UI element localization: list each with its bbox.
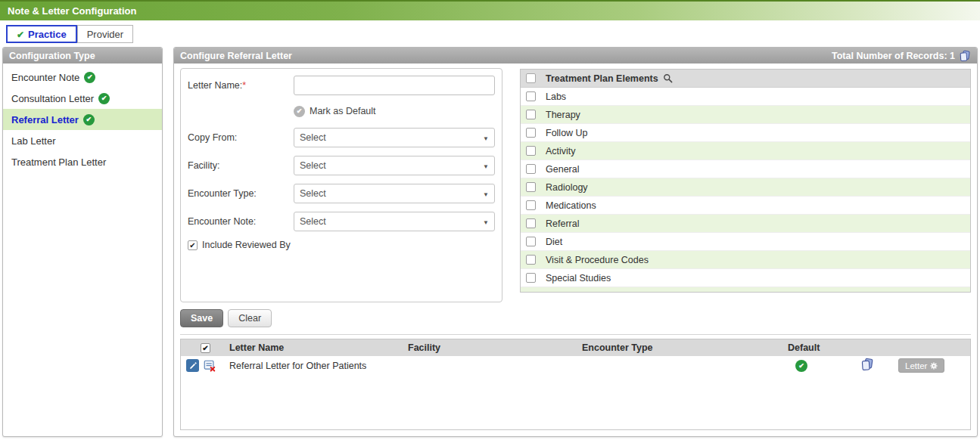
- encounter-type-label: Encounter Type:: [188, 188, 294, 199]
- chevron-down-icon: [483, 188, 489, 199]
- letters-grid: Letter Name Facility Encounter Type Defa…: [180, 339, 971, 430]
- tab-practice-label: Practice: [28, 29, 67, 40]
- element-row[interactable]: Activity: [521, 142, 970, 160]
- element-checkbox[interactable]: [526, 128, 536, 138]
- element-checkbox[interactable]: [526, 182, 536, 192]
- page-title: Note & Letter Configuration: [8, 5, 136, 17]
- element-checkbox[interactable]: [526, 237, 536, 246]
- sidebar-item-consultation-letter[interactable]: Consultation Letter: [3, 88, 162, 109]
- mark-as-default-label: Mark as Default: [310, 106, 376, 116]
- col-letter-name: Letter Name: [229, 342, 408, 353]
- upper-section: Letter Name:* Mark as Default Copy From:…: [180, 68, 971, 302]
- element-checkbox[interactable]: [526, 255, 536, 265]
- element-row[interactable]: Follow Up: [521, 124, 970, 142]
- scope-tabs: Practice Provider: [6, 25, 980, 43]
- default-check-icon: [795, 360, 807, 372]
- elements-title: Treatment Plan Elements: [546, 73, 658, 84]
- element-checkbox[interactable]: [526, 273, 536, 283]
- sidebar-item-label: Consultation Letter: [11, 93, 94, 104]
- content-area: Configuration Type Encounter Note Consul…: [0, 47, 980, 437]
- encounter-type-select[interactable]: Select: [294, 184, 495, 203]
- edit-icon[interactable]: [186, 359, 199, 372]
- facility-select[interactable]: Select: [294, 156, 495, 175]
- sidebar-item-referral-letter[interactable]: Referral Letter: [3, 109, 162, 130]
- select-all-elements-checkbox[interactable]: [526, 73, 536, 83]
- select-all-letters-checkbox[interactable]: [201, 343, 210, 353]
- encounter-type-value: Select: [300, 188, 326, 199]
- configuration-type-title: Configuration Type: [9, 51, 95, 61]
- configured-check-icon: [83, 114, 95, 125]
- element-row[interactable]: Labs: [521, 88, 970, 106]
- sidebar-item-treatment-plan-letter[interactable]: Treatment Plan Letter: [3, 151, 162, 172]
- include-reviewed-by-label: Include Reviewed By: [202, 240, 291, 250]
- configuration-type-header: Configuration Type: [3, 48, 162, 64]
- include-reviewed-by: Include Reviewed By: [188, 240, 495, 250]
- total-records-label: Total Number of Records: 1: [832, 51, 955, 61]
- col-encounter-type: Encounter Type: [582, 342, 788, 353]
- element-checkbox[interactable]: [526, 91, 536, 101]
- encounter-note-select[interactable]: Select: [294, 212, 495, 231]
- element-row[interactable]: General: [521, 160, 970, 178]
- sidebar-item-lab-letter[interactable]: Lab Letter: [3, 130, 162, 151]
- include-reviewed-by-checkbox[interactable]: [188, 240, 198, 250]
- element-row[interactable]: Referral: [521, 215, 970, 233]
- tab-provider-label: Provider: [87, 29, 123, 40]
- sidebar-item-label: Encounter Note: [11, 72, 79, 83]
- gear-icon: [930, 362, 938, 370]
- element-checkbox[interactable]: [526, 110, 536, 119]
- main-body: Letter Name:* Mark as Default Copy From:…: [174, 64, 977, 436]
- tab-practice[interactable]: Practice: [6, 25, 77, 43]
- tab-check-icon: [17, 29, 24, 40]
- element-row[interactable]: Medications: [521, 197, 970, 215]
- mark-as-default-check-icon[interactable]: [294, 106, 305, 117]
- element-checkbox[interactable]: [526, 200, 536, 210]
- elements-header-row: Treatment Plan Elements: [521, 70, 970, 88]
- main-panel-title: Configure Referral Letter: [180, 51, 292, 61]
- sidebar-item-label: Treatment Plan Letter: [11, 156, 106, 168]
- partial-row-strip: [521, 287, 970, 292]
- copy-records-icon[interactable]: [959, 50, 971, 62]
- default-cell: [788, 360, 860, 372]
- facility-value: Select: [300, 160, 326, 171]
- element-checkbox[interactable]: [526, 218, 536, 228]
- main-panel-header: Configure Referral Letter Total Number o…: [174, 48, 977, 64]
- element-row[interactable]: Therapy: [521, 106, 970, 124]
- element-checkbox[interactable]: [526, 164, 536, 174]
- copy-from-value: Select: [300, 132, 326, 143]
- letter-name-label: Letter Name:*: [188, 80, 294, 91]
- copy-letter-icon[interactable]: [860, 358, 874, 371]
- sidebar-item-label: Lab Letter: [11, 135, 56, 147]
- configured-check-icon: [84, 72, 95, 83]
- save-button[interactable]: Save: [180, 309, 223, 327]
- letter-name-cell: Referral Letter for Other Patients: [229, 361, 408, 371]
- letter-settings-button[interactable]: Letter: [898, 358, 944, 373]
- encounter-note-value: Select: [300, 216, 326, 227]
- element-row[interactable]: Special Studies: [521, 269, 970, 287]
- search-icon[interactable]: [663, 73, 673, 83]
- tab-provider[interactable]: Provider: [77, 25, 133, 43]
- element-checkbox[interactable]: [526, 146, 536, 156]
- form-actions: Save Clear: [180, 309, 971, 335]
- element-row[interactable]: Radiology: [521, 178, 970, 197]
- clear-button[interactable]: Clear: [228, 309, 272, 327]
- delete-icon[interactable]: [203, 359, 216, 373]
- element-row[interactable]: Diet: [521, 233, 970, 251]
- element-row[interactable]: Visit & Procedure Codes: [521, 251, 970, 269]
- letter-name-input[interactable]: [294, 76, 495, 95]
- table-row: Referral Letter for Other Patients Lette…: [181, 356, 970, 375]
- treatment-plan-elements-table: Treatment Plan Elements Labs Therapy Fol…: [520, 69, 971, 293]
- col-facility: Facility: [408, 342, 582, 353]
- letters-grid-header: Letter Name Facility Encounter Type Defa…: [181, 339, 970, 356]
- sidebar-item-label: Referral Letter: [11, 114, 79, 125]
- total-records: Total Number of Records: 1: [832, 50, 971, 62]
- configured-check-icon: [98, 93, 110, 104]
- encounter-note-label: Encounter Note:: [188, 216, 294, 227]
- configuration-type-panel: Configuration Type Encounter Note Consul…: [2, 47, 163, 437]
- sidebar-item-encounter-note[interactable]: Encounter Note: [3, 67, 162, 88]
- copy-from-label: Copy From:: [188, 132, 294, 143]
- chevron-down-icon: [483, 160, 489, 171]
- mark-as-default[interactable]: Mark as Default: [294, 104, 495, 119]
- required-marker: *: [242, 80, 246, 91]
- app-header-bar: Note & Letter Configuration: [0, 0, 980, 20]
- copy-from-select[interactable]: Select: [294, 128, 495, 147]
